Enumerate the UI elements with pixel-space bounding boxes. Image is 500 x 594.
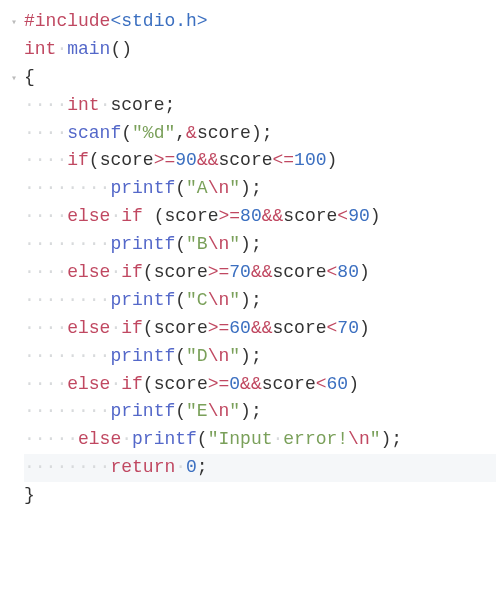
fn-scanf: scanf bbox=[67, 123, 121, 143]
ws-dot: ···· bbox=[24, 318, 67, 338]
num: 90 bbox=[348, 206, 370, 226]
id-score: score bbox=[164, 206, 218, 226]
code-line: ········printf("C\n"); bbox=[4, 287, 496, 315]
fold-icon[interactable]: ▾ bbox=[4, 64, 24, 87]
keyword-int: int bbox=[67, 95, 99, 115]
fn-main: main bbox=[67, 39, 110, 59]
rparen: ) bbox=[348, 374, 359, 394]
lparen: ( bbox=[197, 429, 208, 449]
op-and: && bbox=[251, 262, 273, 282]
line-content: } bbox=[24, 482, 496, 510]
ws-dot: · bbox=[100, 95, 111, 115]
fold-icon[interactable]: ▾ bbox=[4, 8, 24, 31]
op-and: && bbox=[262, 206, 284, 226]
lparen: ( bbox=[89, 150, 100, 170]
lbrace: { bbox=[24, 67, 35, 87]
ws-dot: ········ bbox=[24, 178, 110, 198]
semi: ; bbox=[251, 234, 262, 254]
id-score: score bbox=[154, 262, 208, 282]
gutter bbox=[4, 120, 24, 126]
code-line: ········printf("A\n"); bbox=[4, 175, 496, 203]
op-and: && bbox=[197, 150, 219, 170]
ws-dot: · bbox=[110, 206, 121, 226]
num: 100 bbox=[294, 150, 326, 170]
ws-dot: ···· bbox=[24, 95, 67, 115]
code-line: int·main() bbox=[4, 36, 496, 64]
gutter bbox=[4, 231, 24, 237]
line-content: ········printf("B\n"); bbox=[24, 231, 496, 259]
lparen: ( bbox=[175, 234, 186, 254]
ws-dot: ········ bbox=[24, 401, 110, 421]
semi: ; bbox=[391, 429, 402, 449]
str: error! bbox=[283, 429, 348, 449]
semi: ; bbox=[251, 290, 262, 310]
keyword-else: else bbox=[67, 206, 110, 226]
preprocessor: #include bbox=[24, 11, 110, 31]
semi: ; bbox=[262, 123, 273, 143]
esc: \n bbox=[208, 178, 230, 198]
code-line: ····else·if(score>=70&&score<80) bbox=[4, 259, 496, 287]
gutter bbox=[4, 398, 24, 404]
code-line: } bbox=[4, 482, 496, 510]
lparen: ( bbox=[175, 290, 186, 310]
line-content: ········printf("A\n"); bbox=[24, 175, 496, 203]
keyword-if: if bbox=[121, 262, 143, 282]
keyword-int: int bbox=[24, 39, 56, 59]
gutter bbox=[4, 287, 24, 293]
line-content: ········printf("C\n"); bbox=[24, 287, 496, 315]
keyword-if: if bbox=[121, 374, 143, 394]
line-content: ·····else·printf("Input·error!\n"); bbox=[24, 426, 496, 454]
rparen: ) bbox=[240, 234, 251, 254]
gutter bbox=[4, 426, 24, 432]
id-score: score bbox=[262, 374, 316, 394]
line-content: ····if(score>=90&&score<=100) bbox=[24, 147, 496, 175]
id-score: score bbox=[110, 95, 164, 115]
esc: \n bbox=[208, 290, 230, 310]
str: "E bbox=[186, 401, 208, 421]
lparen: ( bbox=[175, 346, 186, 366]
rparen: ) bbox=[359, 262, 370, 282]
str: " bbox=[229, 234, 240, 254]
str: "C bbox=[186, 290, 208, 310]
op-lt: < bbox=[327, 262, 338, 282]
fn-printf: printf bbox=[110, 346, 175, 366]
str: " bbox=[229, 346, 240, 366]
keyword-else: else bbox=[67, 374, 110, 394]
gutter bbox=[4, 315, 24, 321]
ws-dot: · bbox=[175, 457, 186, 477]
ws-dot: ········ bbox=[24, 457, 110, 477]
rparen: ) bbox=[327, 150, 338, 170]
keyword-else: else bbox=[67, 318, 110, 338]
ws-dot: · bbox=[121, 429, 132, 449]
line-content: int·main() bbox=[24, 36, 496, 64]
semi: ; bbox=[164, 95, 175, 115]
op-ge: >= bbox=[219, 206, 241, 226]
op-ge: >= bbox=[208, 374, 230, 394]
str: " bbox=[229, 401, 240, 421]
ws-dot: · bbox=[110, 374, 121, 394]
code-line: ····int·score; bbox=[4, 92, 496, 120]
gutter bbox=[4, 454, 24, 460]
semi: ; bbox=[251, 346, 262, 366]
amp: & bbox=[186, 123, 197, 143]
header-name: <stdio.h> bbox=[110, 11, 207, 31]
ws-dot: ···· bbox=[24, 262, 67, 282]
keyword-if: if bbox=[121, 318, 143, 338]
num: 90 bbox=[175, 150, 197, 170]
code-line: ····scanf("%d",&score); bbox=[4, 120, 496, 148]
str: " bbox=[229, 178, 240, 198]
keyword-else: else bbox=[78, 429, 121, 449]
num: 0 bbox=[186, 457, 197, 477]
gutter bbox=[4, 203, 24, 209]
gutter bbox=[4, 259, 24, 265]
rparen: ) bbox=[121, 39, 132, 59]
rparen: ) bbox=[240, 401, 251, 421]
id-score: score bbox=[197, 123, 251, 143]
ws-dot: ········ bbox=[24, 290, 110, 310]
ws-dot: ···· bbox=[24, 374, 67, 394]
code-line: ····else·if(score>=0&&score<60) bbox=[4, 371, 496, 399]
lparen: ( bbox=[143, 318, 154, 338]
str: "D bbox=[186, 346, 208, 366]
code-block: ▾ #include<stdio.h> int·main() ▾ { ····i… bbox=[4, 8, 496, 510]
code-line: ····else·if(score>=60&&score<70) bbox=[4, 315, 496, 343]
